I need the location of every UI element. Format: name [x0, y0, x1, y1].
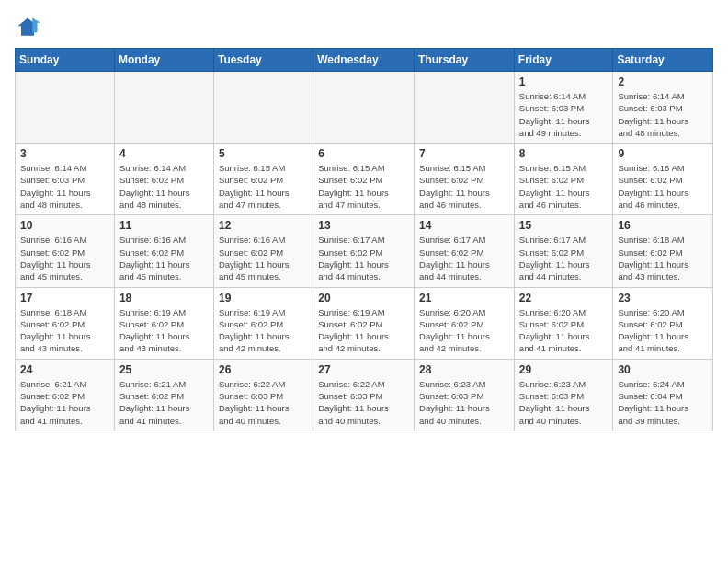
calendar-cell: 17Sunrise: 6:18 AM Sunset: 6:02 PM Dayli… — [16, 287, 115, 359]
day-number: 18 — [119, 292, 209, 304]
calendar-cell — [313, 72, 415, 144]
calendar-cell: 20Sunrise: 6:19 AM Sunset: 6:02 PM Dayli… — [313, 287, 415, 359]
day-number: 3 — [20, 147, 109, 160]
day-info: Sunrise: 6:16 AM Sunset: 6:02 PM Dayligh… — [20, 234, 109, 282]
calendar-cell: 6Sunrise: 6:15 AM Sunset: 6:02 PM Daylig… — [313, 144, 415, 215]
day-info: Sunrise: 6:20 AM Sunset: 6:02 PM Dayligh… — [618, 306, 708, 355]
calendar-cell: 15Sunrise: 6:17 AM Sunset: 6:02 PM Dayli… — [514, 215, 613, 287]
day-info: Sunrise: 6:24 AM Sunset: 6:04 PM Dayligh… — [618, 378, 708, 427]
day-info: Sunrise: 6:19 AM Sunset: 6:02 PM Dayligh… — [219, 306, 308, 355]
calendar-cell: 8Sunrise: 6:15 AM Sunset: 6:02 PM Daylig… — [514, 144, 613, 215]
calendar-cell: 28Sunrise: 6:23 AM Sunset: 6:03 PM Dayli… — [415, 359, 515, 431]
calendar-cell: 29Sunrise: 6:23 AM Sunset: 6:03 PM Dayli… — [514, 359, 613, 431]
page: SundayMondayTuesdayWednesdayThursdayFrid… — [0, 0, 728, 446]
day-info: Sunrise: 6:15 AM Sunset: 6:02 PM Dayligh… — [219, 162, 308, 211]
day-number: 11 — [119, 219, 209, 232]
logo-icon — [15, 15, 40, 40]
week-row-5: 24Sunrise: 6:21 AM Sunset: 6:02 PM Dayli… — [16, 359, 713, 431]
day-info: Sunrise: 6:15 AM Sunset: 6:02 PM Dayligh… — [318, 162, 409, 211]
calendar-cell — [114, 72, 213, 144]
calendar-cell: 25Sunrise: 6:21 AM Sunset: 6:02 PM Dayli… — [114, 359, 213, 431]
day-info: Sunrise: 6:17 AM Sunset: 6:02 PM Dayligh… — [519, 234, 609, 282]
calendar-cell: 1Sunrise: 6:14 AM Sunset: 6:03 PM Daylig… — [514, 72, 613, 144]
day-number: 7 — [419, 147, 509, 160]
day-number: 19 — [219, 292, 308, 304]
calendar-cell: 3Sunrise: 6:14 AM Sunset: 6:03 PM Daylig… — [16, 144, 115, 215]
day-number: 14 — [419, 219, 509, 232]
weekday-sunday: Sunday — [16, 49, 115, 72]
day-number: 21 — [419, 292, 509, 304]
day-number: 5 — [219, 147, 308, 160]
day-number: 4 — [119, 147, 209, 160]
day-info: Sunrise: 6:16 AM Sunset: 6:02 PM Dayligh… — [219, 234, 308, 282]
calendar-cell: 2Sunrise: 6:14 AM Sunset: 6:03 PM Daylig… — [613, 72, 713, 144]
calendar-cell: 10Sunrise: 6:16 AM Sunset: 6:02 PM Dayli… — [16, 215, 115, 287]
day-info: Sunrise: 6:14 AM Sunset: 6:03 PM Dayligh… — [519, 90, 609, 139]
week-row-3: 10Sunrise: 6:16 AM Sunset: 6:02 PM Dayli… — [16, 215, 713, 287]
day-info: Sunrise: 6:14 AM Sunset: 6:03 PM Dayligh… — [20, 162, 109, 211]
day-number: 10 — [20, 219, 109, 232]
calendar-cell: 16Sunrise: 6:18 AM Sunset: 6:02 PM Dayli… — [613, 215, 713, 287]
calendar-cell — [415, 72, 515, 144]
day-info: Sunrise: 6:21 AM Sunset: 6:02 PM Dayligh… — [119, 378, 209, 427]
day-number: 22 — [519, 292, 609, 304]
day-number: 26 — [219, 363, 308, 376]
day-info: Sunrise: 6:18 AM Sunset: 6:02 PM Dayligh… — [20, 306, 109, 355]
calendar-cell: 14Sunrise: 6:17 AM Sunset: 6:02 PM Dayli… — [415, 215, 515, 287]
day-info: Sunrise: 6:17 AM Sunset: 6:02 PM Dayligh… — [318, 234, 409, 282]
day-info: Sunrise: 6:15 AM Sunset: 6:02 PM Dayligh… — [419, 162, 509, 211]
day-info: Sunrise: 6:14 AM Sunset: 6:02 PM Dayligh… — [119, 162, 209, 211]
calendar-cell: 9Sunrise: 6:16 AM Sunset: 6:02 PM Daylig… — [613, 144, 713, 215]
day-info: Sunrise: 6:21 AM Sunset: 6:02 PM Dayligh… — [20, 378, 109, 427]
day-number: 30 — [618, 363, 708, 376]
day-info: Sunrise: 6:23 AM Sunset: 6:03 PM Dayligh… — [519, 378, 609, 427]
day-number: 15 — [519, 219, 609, 232]
day-info: Sunrise: 6:19 AM Sunset: 6:02 PM Dayligh… — [318, 306, 409, 355]
calendar-cell: 27Sunrise: 6:22 AM Sunset: 6:03 PM Dayli… — [313, 359, 415, 431]
calendar-cell: 12Sunrise: 6:16 AM Sunset: 6:02 PM Dayli… — [213, 215, 313, 287]
day-info: Sunrise: 6:18 AM Sunset: 6:02 PM Dayligh… — [618, 234, 708, 282]
day-info: Sunrise: 6:14 AM Sunset: 6:03 PM Dayligh… — [618, 90, 708, 139]
weekday-header-row: SundayMondayTuesdayWednesdayThursdayFrid… — [16, 49, 713, 72]
svg-marker-1 — [32, 18, 40, 33]
day-number: 9 — [618, 147, 708, 160]
day-info: Sunrise: 6:20 AM Sunset: 6:02 PM Dayligh… — [419, 306, 509, 355]
day-number: 2 — [618, 75, 708, 88]
week-row-4: 17Sunrise: 6:18 AM Sunset: 6:02 PM Dayli… — [16, 287, 713, 359]
weekday-friday: Friday — [514, 49, 613, 72]
weekday-wednesday: Wednesday — [313, 49, 415, 72]
calendar-cell: 18Sunrise: 6:19 AM Sunset: 6:02 PM Dayli… — [114, 287, 213, 359]
day-number: 29 — [519, 363, 609, 376]
calendar-cell: 22Sunrise: 6:20 AM Sunset: 6:02 PM Dayli… — [514, 287, 613, 359]
calendar-cell: 19Sunrise: 6:19 AM Sunset: 6:02 PM Dayli… — [213, 287, 313, 359]
calendar-cell — [16, 72, 115, 144]
day-info: Sunrise: 6:22 AM Sunset: 6:03 PM Dayligh… — [318, 378, 409, 427]
calendar-cell: 26Sunrise: 6:22 AM Sunset: 6:03 PM Dayli… — [213, 359, 313, 431]
weekday-thursday: Thursday — [415, 49, 515, 72]
header — [15, 15, 713, 40]
day-info: Sunrise: 6:15 AM Sunset: 6:02 PM Dayligh… — [519, 162, 609, 211]
week-row-2: 3Sunrise: 6:14 AM Sunset: 6:03 PM Daylig… — [16, 144, 713, 215]
calendar-cell: 23Sunrise: 6:20 AM Sunset: 6:02 PM Dayli… — [613, 287, 713, 359]
weekday-saturday: Saturday — [613, 49, 713, 72]
calendar-cell: 7Sunrise: 6:15 AM Sunset: 6:02 PM Daylig… — [415, 144, 515, 215]
day-number: 16 — [618, 219, 708, 232]
calendar-cell: 5Sunrise: 6:15 AM Sunset: 6:02 PM Daylig… — [213, 144, 313, 215]
day-number: 24 — [20, 363, 109, 376]
calendar-cell: 30Sunrise: 6:24 AM Sunset: 6:04 PM Dayli… — [613, 359, 713, 431]
calendar-cell: 4Sunrise: 6:14 AM Sunset: 6:02 PM Daylig… — [114, 144, 213, 215]
day-number: 25 — [119, 363, 209, 376]
day-number: 17 — [20, 292, 109, 304]
logo — [15, 15, 44, 40]
calendar-table: SundayMondayTuesdayWednesdayThursdayFrid… — [15, 48, 713, 431]
calendar-cell: 13Sunrise: 6:17 AM Sunset: 6:02 PM Dayli… — [313, 215, 415, 287]
weekday-tuesday: Tuesday — [213, 49, 313, 72]
day-number: 27 — [318, 363, 409, 376]
week-row-1: 1Sunrise: 6:14 AM Sunset: 6:03 PM Daylig… — [16, 72, 713, 144]
day-info: Sunrise: 6:22 AM Sunset: 6:03 PM Dayligh… — [219, 378, 308, 427]
day-number: 1 — [519, 75, 609, 88]
day-info: Sunrise: 6:19 AM Sunset: 6:02 PM Dayligh… — [119, 306, 209, 355]
weekday-monday: Monday — [114, 49, 213, 72]
day-info: Sunrise: 6:20 AM Sunset: 6:02 PM Dayligh… — [519, 306, 609, 355]
day-number: 8 — [519, 147, 609, 160]
